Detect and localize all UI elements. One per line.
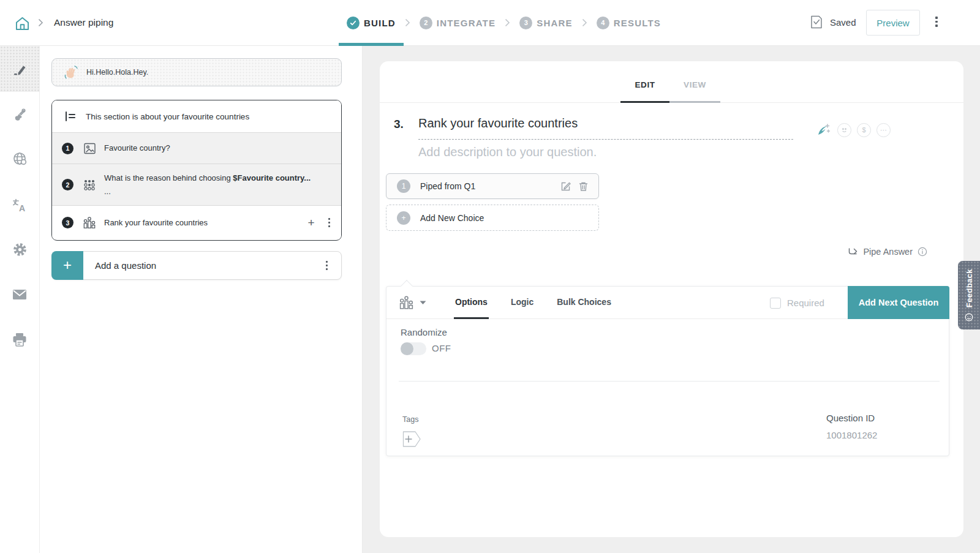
ai-feather-icon[interactable]: [815, 121, 832, 138]
choice-grid-icon: [83, 178, 96, 192]
section-header[interactable]: This section is about your favourite cou…: [52, 100, 341, 132]
required-checkbox[interactable]: [770, 298, 781, 309]
add-question-kebab-icon[interactable]: [326, 261, 328, 271]
survey-builder-app: Answer piping BUILD 2 INTEGRATE 3 SHARE …: [0, 0, 980, 553]
question-number: 3.: [394, 118, 404, 131]
rail-item-translate[interactable]: A: [0, 182, 39, 228]
question-options-panel: Options Logic Bulk Choices Required Add …: [386, 286, 949, 456]
step-results[interactable]: 4 RESULTS: [597, 17, 661, 29]
svg-text:A: A: [19, 203, 25, 213]
section-list-icon: [64, 110, 77, 122]
panel-divider: [399, 381, 940, 382]
question-toolbar: $ ⋯: [815, 121, 891, 138]
section-card: This section is about your favourite cou…: [51, 100, 342, 241]
tab-logic[interactable]: Logic: [510, 287, 535, 319]
add-new-choice-label: Add New Choice: [420, 213, 484, 223]
step-chevron-icon: [405, 18, 410, 27]
question-row-3[interactable]: 3 Rank your favourite countries +: [52, 205, 341, 239]
add-next-question-button[interactable]: Add Next Question: [848, 286, 949, 319]
check-circle-icon: [347, 17, 360, 29]
pipe-answer-label: Pipe Answer: [863, 247, 913, 257]
tab-view[interactable]: VIEW: [669, 61, 720, 103]
choice-item[interactable]: 1 Piped from Q1: [386, 173, 599, 199]
globe-icon: [12, 151, 28, 167]
step-share[interactable]: 3 SHARE: [519, 17, 573, 29]
step-integrate[interactable]: 2 INTEGRATE: [420, 17, 496, 29]
question-row-1[interactable]: 1 Favourite country?: [52, 132, 341, 164]
question-id-label: Question ID: [826, 413, 875, 423]
plus-icon: +: [51, 251, 83, 280]
tab-options[interactable]: Options: [454, 287, 489, 319]
rank-icon: [399, 295, 414, 310]
options-panel-header: Options Logic Bulk Choices Required Add …: [386, 287, 949, 319]
feedback-smiley-icon: [965, 313, 973, 322]
step-label: RESULTS: [614, 18, 661, 28]
question-number-badge: 2: [62, 179, 74, 190]
question-id-value: 1001801262: [826, 430, 877, 440]
tab-edit[interactable]: EDIT: [620, 61, 669, 103]
question-text: What is the reason behind choosing $Favo…: [104, 171, 311, 198]
question-description-placeholder[interactable]: Add description to your question.: [418, 145, 597, 159]
more-options-icon[interactable]: ⋯: [876, 123, 891, 137]
add-new-choice-button[interactable]: + Add New Choice: [386, 205, 599, 231]
picture-choice-icon: [83, 142, 96, 155]
home-button[interactable]: [11, 12, 33, 34]
add-question-after-icon[interactable]: +: [307, 217, 314, 228]
options-tabbar: Options Logic Bulk Choices: [454, 287, 612, 319]
step-number-badge: 3: [519, 17, 532, 29]
welcome-message-card[interactable]: Hi.Hello.Hola.Hey.: [51, 58, 342, 86]
gear-icon: [12, 241, 28, 258]
randomize-label: Randomize: [401, 327, 447, 337]
delete-choice-icon[interactable]: [578, 181, 589, 192]
tab-bulk-choices[interactable]: Bulk Choices: [556, 287, 612, 319]
tags-label: Tags: [402, 415, 418, 424]
translate-icon: A: [11, 197, 28, 214]
question-row-2[interactable]: 2 What is the reason behind choosing $Fa…: [52, 164, 341, 205]
currency-icon[interactable]: $: [857, 123, 871, 137]
pipe-arrow-icon: [848, 247, 858, 257]
step-label: SHARE: [537, 18, 573, 28]
edit-choice-icon[interactable]: [560, 181, 571, 192]
required-label: Required: [787, 298, 824, 308]
step-build[interactable]: BUILD: [347, 17, 396, 29]
pencil-icon: [12, 61, 28, 77]
breadcrumb-title[interactable]: Answer piping: [54, 17, 113, 28]
randomize-toggle[interactable]: [401, 342, 426, 355]
plus-circle-icon: +: [397, 211, 410, 225]
question-number-badge: 3: [62, 217, 74, 228]
add-tag-button[interactable]: [402, 431, 423, 448]
step-number-badge: 4: [597, 17, 609, 29]
wizard-steps: BUILD 2 INTEGRATE 3 SHARE 4 RESULTS: [347, 0, 661, 45]
step-number-badge: 2: [420, 17, 432, 29]
rail-item-settings[interactable]: [0, 227, 39, 272]
toggle-knob: [401, 342, 413, 355]
question-title-underline: [418, 124, 793, 140]
caret-down-icon: [420, 301, 426, 305]
rail-item-print[interactable]: [0, 317, 39, 363]
rail-item-build-editor[interactable]: [0, 46, 39, 92]
question-type-selector[interactable]: [399, 287, 426, 319]
home-icon: [14, 15, 31, 32]
mail-icon: [11, 288, 28, 301]
brush-icon: [12, 107, 28, 122]
info-icon[interactable]: [918, 247, 927, 257]
rail-item-design[interactable]: [0, 92, 39, 137]
save-status: Saved: [810, 15, 856, 29]
choice-label: Piped from Q1: [420, 181, 475, 191]
preview-button[interactable]: Preview: [866, 10, 920, 36]
rail-item-email[interactable]: [0, 272, 39, 317]
top-header: Answer piping BUILD 2 INTEGRATE 3 SHARE …: [0, 0, 980, 46]
question-kebab-menu-icon[interactable]: [328, 218, 331, 228]
emoji-icon[interactable]: [837, 123, 851, 137]
save-icon: [810, 15, 823, 29]
step-label: BUILD: [364, 18, 396, 28]
feedback-tab[interactable]: Feedback: [958, 261, 980, 329]
header-kebab-menu-icon[interactable]: [933, 17, 940, 27]
step-chevron-icon: [505, 18, 510, 27]
add-question-button[interactable]: + Add a question: [51, 251, 342, 280]
saved-label: Saved: [830, 17, 856, 28]
printer-icon: [11, 332, 28, 348]
pipe-answer-link[interactable]: Pipe Answer: [848, 247, 927, 257]
step-label: INTEGRATE: [437, 18, 496, 28]
rail-item-global-settings[interactable]: [0, 136, 39, 181]
